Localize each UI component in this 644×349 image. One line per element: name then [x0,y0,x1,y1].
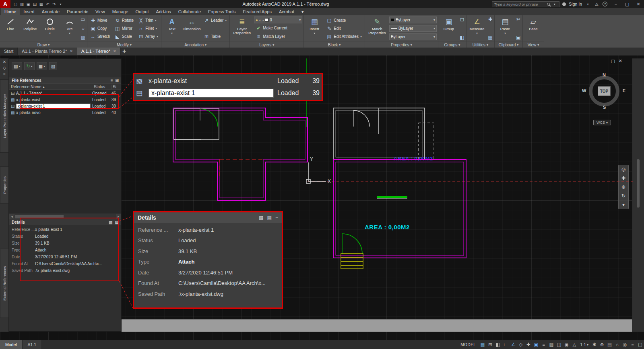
panel-label-groups[interactable]: Groups▾ [438,42,466,48]
model-tab[interactable]: Model [0,340,23,349]
search-icon[interactable] [547,3,550,6]
side-tab-layer-properties-manager[interactable]: Layer Properties Manager [0,79,8,153]
attach-dwg-button[interactable]: ▤▾ [12,62,22,70]
panel-label-view[interactable]: View▾ [523,42,544,48]
layer-dropdown-icon[interactable]: ▾ [299,18,301,22]
table-button[interactable]: ⊞Table [202,33,228,40]
ungroup-icon[interactable]: ◻ [459,17,465,22]
side-tab-properties[interactable]: Properties [0,166,8,204]
fillet-button[interactable]: ∩Fillet▾ [136,25,160,32]
panel-label-utilities[interactable]: Utilities▾ [466,42,494,48]
help-icon[interactable]: ? [603,2,607,6]
lineweight-icon[interactable]: ≡ [540,340,547,349]
sign-in-button[interactable]: Sign In [569,2,582,6]
color-dropdown[interactable]: ByLayer▾ [389,17,437,23]
horizontal-scrollbar[interactable]: ◄ ► [9,214,121,219]
compass-south[interactable]: S [603,105,606,110]
rotate-button[interactable]: ↻Rotate [113,17,135,24]
column-reference-name[interactable]: Reference Name▴ [11,85,92,89]
edit-block-button[interactable]: ✎Edit [325,25,363,32]
palette-menu-icon[interactable]: ≡ [0,72,9,76]
export-button[interactable]: ▧ [49,62,57,70]
ribbon-options-icon[interactable]: ▾ [298,8,308,15]
compass-north[interactable]: N [603,73,606,77]
copy-clip-icon[interactable]: ▣ [516,35,521,40]
tab-annotate[interactable]: Annotate [38,8,63,15]
model-space-label[interactable]: MODEL [458,340,479,349]
dimension-button[interactable]: ↔ Dimension [182,16,201,41]
match-layer-button[interactable]: ≡Match Layer [254,33,302,40]
circle-dropdown-icon[interactable]: ▾ [49,31,51,35]
drawing-close-icon[interactable]: ✕ [619,58,622,64]
polyline-button[interactable]: Polyline [21,16,39,41]
close-tab-icon[interactable]: ✕ [113,49,116,53]
grid-icon[interactable]: ▦ [479,340,486,349]
new-file-icon[interactable]: ▢ [12,1,19,7]
xref-row-planta-exist[interactable]: ▤ x-planta-exist Loaded 39 [9,96,121,103]
tab-collaborate[interactable]: Collaborate [175,8,204,15]
panel-label-layers[interactable]: Layers▾ [230,42,303,48]
redo-icon[interactable]: ↷ [51,1,57,7]
tab-parametric[interactable]: Parametric [63,8,92,15]
panel-label-properties[interactable]: Properties▾ [365,42,438,48]
ellipse-tool-icon[interactable]: ○ [80,26,86,31]
steering-wheel-icon[interactable]: ◎ [621,166,625,172]
panel-label-modify[interactable]: Modify▾ [87,42,161,48]
orbit-icon[interactable]: ↻ [621,193,625,199]
object-snap-tracking-icon[interactable]: ✚ [524,340,532,349]
details-sheet-icon[interactable]: ▧ [109,220,112,224]
qat-menu-icon[interactable]: ▾ [58,1,64,7]
object-snap-icon[interactable]: ▣ [532,340,540,349]
arc-dropdown-icon[interactable]: ▾ [69,31,70,35]
quick-properties-icon[interactable]: ▤ [606,340,613,349]
drawing-restore-icon[interactable]: ▢ [611,58,615,64]
scrollbar-thumb[interactable] [637,159,640,208]
annotation-scale-button[interactable]: 1:1▾ [578,340,590,349]
match-properties-button[interactable]: ✎ Match Properties [366,16,388,41]
group-button[interactable]: ▣ Group [440,16,458,41]
panel-label-clipboard[interactable]: Clipboard▾ [495,42,522,48]
move-button[interactable]: ✚Move [89,17,112,24]
tab-add-ins[interactable]: Add-ins [153,8,175,15]
rename-input[interactable]: x-planta-exist 1 [16,104,91,109]
trim-button[interactable]: ╳Trim▾ [136,17,160,24]
scale-button[interactable]: ◣Scale [113,33,135,40]
rectangle-tool-icon[interactable]: ▭ [80,17,86,22]
minimize-button[interactable]: − [610,0,621,8]
open-file-icon[interactable]: ▥ [19,1,25,7]
circle-button[interactable]: Circle ▾ [41,16,59,41]
tree-view-icon[interactable]: ⊞ [116,78,119,83]
tab-express-tools[interactable]: Express Tools [204,8,239,15]
file-tab-terreo[interactable]: A.1.1 - Térreo*✕ [77,48,121,55]
xref-row-terreo[interactable]: ▤ A.1.1 - Térreo* Opened 46 [9,90,121,96]
search-box[interactable]: Type a keyword or phrase ▾ [492,1,559,7]
column-status[interactable]: Status [92,85,111,89]
scroll-right-icon[interactable]: ► [116,214,121,219]
close-tab-icon[interactable]: ✕ [70,49,73,53]
zoom-icon[interactable]: ⊕ [621,184,625,190]
stretch-button[interactable]: ↔Stretch [89,33,112,40]
lineweight-dropdown[interactable]: ByLayer▾ [389,33,437,40]
restore-button[interactable]: ▢ [621,0,633,8]
view-cube-top-face[interactable]: TOP [598,86,611,96]
tab-insert[interactable]: Insert [20,8,38,15]
group-edit-icon[interactable]: ◧ [459,35,465,40]
close-button[interactable]: ✕ [633,0,644,8]
selection-cycling-icon[interactable]: ◫ [555,340,563,349]
palette-close-icon[interactable]: ✕ [0,60,9,64]
save-as-icon[interactable]: ▤ [32,1,38,7]
scroll-thumb[interactable] [15,215,64,218]
pan-icon[interactable]: ✚ [621,175,625,181]
infer-constraints-icon[interactable]: ◧ [494,340,502,349]
compass-east[interactable]: E [623,88,625,93]
navbar-more-icon[interactable]: ▾ [622,202,625,208]
sign-in-menu-icon[interactable]: ▾ [585,1,591,7]
details-preview-icon[interactable]: ▤ [115,220,119,224]
annotation-monitor-icon[interactable]: ⊕ [598,340,606,349]
tab-home[interactable]: Home [1,8,20,15]
array-button[interactable]: ⊞Array▾ [136,33,160,40]
leader-button[interactable]: ↗Leader▾ [202,17,228,24]
plot-icon[interactable]: ▦ [38,1,44,7]
copy-button[interactable]: ▣Copy [89,25,112,32]
transparency-icon[interactable]: ▨ [547,340,555,349]
